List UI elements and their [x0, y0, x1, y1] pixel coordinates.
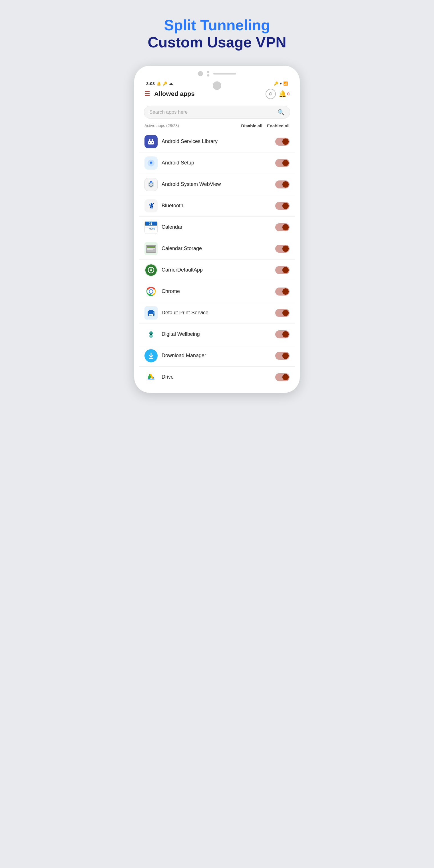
app-icon-calendar: 31 MON: [145, 221, 158, 234]
app-list: Android Services Library Android Setup: [140, 131, 294, 388]
app-icon-carrier: [145, 264, 158, 277]
phone-speaker: [207, 71, 209, 76]
app-name-carrier: CarrierDefaultApp: [162, 267, 275, 273]
app-icon-calendar-storage: [145, 242, 158, 255]
svg-point-7: [152, 142, 153, 143]
svg-point-29: [150, 269, 152, 271]
phone-speaker-bar: [213, 73, 236, 74]
disable-all-button[interactable]: Disable all: [241, 123, 262, 128]
phone-screen: 3:03 🔔 🔑 ☁ 🔑 ▾ 📶 ☰ Allowed apps ⊘: [140, 78, 294, 388]
status-left: 3:03 🔔 🔑 ☁: [146, 81, 173, 86]
actions-row: Disable all Enabled all: [241, 123, 289, 128]
toggle-webview[interactable]: [275, 181, 289, 188]
list-item[interactable]: CarrierDefaultApp: [140, 259, 294, 281]
toggle-download[interactable]: [275, 352, 289, 360]
app-icon-download: [145, 349, 158, 362]
title-blue: Split Tunneling: [148, 17, 286, 33]
svg-text:A: A: [151, 182, 152, 183]
svg-text:MON: MON: [149, 227, 155, 230]
app-icon-drive: [145, 371, 158, 384]
app-name-android-setup: Android Setup: [162, 160, 275, 166]
search-bar-wrap: Search apps here 🔍: [140, 102, 294, 122]
toggle-wellbeing[interactable]: [275, 330, 289, 338]
svg-rect-46: [148, 379, 154, 379]
header-text: Split Tunneling Custom Usage VPN: [142, 6, 292, 66]
svg-rect-38: [149, 315, 153, 315]
svg-text:31: 31: [149, 222, 152, 225]
notification-wrap[interactable]: 🔔 0: [279, 90, 289, 98]
app-name-chrome: Chrome: [162, 288, 275, 294]
search-bar[interactable]: Search apps here 🔍: [144, 106, 290, 119]
svg-point-40: [153, 312, 154, 313]
status-vpn-icon: 🔑: [274, 82, 278, 86]
svg-point-42: [150, 334, 152, 335]
bell-count: 0: [287, 91, 289, 96]
app-name-calendar: Calendar: [162, 224, 275, 230]
svg-rect-37: [149, 314, 153, 316]
app-icon-chrome: [145, 285, 158, 298]
title-dark: Custom Usage VPN: [148, 33, 286, 51]
list-item[interactable]: Drive: [140, 367, 294, 388]
svg-point-6: [149, 142, 150, 143]
toggle-chrome[interactable]: [275, 287, 289, 296]
status-bell-icon: 🔔: [156, 82, 161, 86]
list-item[interactable]: Download Manager: [140, 345, 294, 367]
list-item[interactable]: Default Print Service: [140, 302, 294, 324]
app-name-android-services: Android Services Library: [162, 138, 275, 145]
status-time: 3:03: [146, 81, 155, 86]
svg-point-33: [150, 290, 153, 293]
list-item[interactable]: Android Setup: [140, 152, 294, 174]
search-icon: 🔍: [278, 109, 285, 116]
list-item[interactable]: Chrome: [140, 281, 294, 302]
speaker-dot-2: [207, 74, 209, 76]
app-icon-webview: A: [145, 178, 158, 191]
app-name-bluetooth: Bluetooth: [162, 203, 275, 209]
speaker-dot-1: [207, 71, 209, 73]
toggle-bluetooth[interactable]: [275, 202, 289, 210]
status-wifi-icon: ▾: [280, 82, 282, 86]
hamburger-menu-icon[interactable]: ☰: [145, 90, 150, 98]
app-name-webview: Android System WebView: [162, 181, 275, 187]
phone-device: 3:03 🔔 🔑 ☁ 🔑 ▾ 📶 ☰ Allowed apps ⊘: [134, 66, 300, 393]
phone-top-bar: [140, 71, 294, 76]
app-title: Allowed apps: [154, 90, 266, 98]
app-name-print: Default Print Service: [162, 310, 275, 316]
list-item[interactable]: A Android System WebView: [140, 174, 294, 195]
phone-camera: [198, 71, 203, 76]
status-cloud-icon: ☁: [169, 82, 173, 86]
bell-icon: 🔔: [279, 90, 286, 98]
svg-point-9: [150, 162, 152, 164]
svg-rect-3: [148, 141, 154, 145]
list-item[interactable]: 31 MON Calendar: [140, 217, 294, 238]
list-item[interactable]: Calendar Storage: [140, 238, 294, 259]
page-wrapper: Split Tunneling Custom Usage VPN 3:03 🔔 …: [108, 6, 326, 393]
app-name-wellbeing: Digital Wellbeing: [162, 331, 275, 337]
toggle-android-services[interactable]: [275, 137, 289, 146]
status-key-icon: 🔑: [163, 82, 167, 86]
list-item[interactable]: ✗ Bluetooth: [140, 195, 294, 217]
svg-rect-39: [149, 315, 152, 316]
vpn-status-icon[interactable]: ⊘: [266, 89, 276, 99]
app-name-calendar-storage: Calendar Storage: [162, 246, 275, 252]
toggle-drive[interactable]: [275, 373, 289, 381]
enable-all-button[interactable]: Enabled all: [267, 123, 289, 128]
svg-rect-36: [149, 310, 153, 312]
svg-rect-24: [147, 246, 155, 248]
toggle-print[interactable]: [275, 309, 289, 317]
status-signal-icon: 📶: [283, 82, 288, 86]
app-name-drive: Drive: [162, 374, 275, 380]
toggle-calendar[interactable]: [275, 223, 289, 231]
app-icon-bluetooth: ✗: [145, 199, 158, 212]
app-icon-android-setup: [145, 156, 158, 169]
active-apps-label: Active apps (28/28): [145, 123, 179, 128]
svg-rect-26: [147, 249, 153, 250]
toggle-calendar-storage[interactable]: [275, 245, 289, 253]
status-right: 🔑 ▾ 📶: [274, 82, 288, 86]
svg-rect-25: [147, 248, 155, 249]
toggle-android-setup[interactable]: [275, 159, 289, 167]
list-item[interactable]: Digital Wellbeing: [140, 324, 294, 345]
app-icon-android-services: [145, 135, 158, 148]
list-item[interactable]: Android Services Library: [140, 131, 294, 152]
app-icon-print: [145, 306, 158, 319]
toggle-carrier[interactable]: [275, 266, 289, 274]
